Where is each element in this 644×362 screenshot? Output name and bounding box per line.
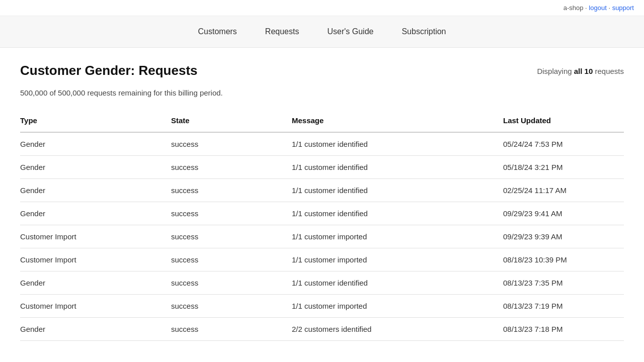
cell-last-updated: 02/25/24 11:17 AM: [503, 179, 624, 202]
cell-type: Customer Import: [20, 295, 171, 318]
separator-2: ·: [608, 4, 612, 12]
requests-table: Type State Message Last Updated Gendersu…: [20, 111, 624, 341]
cell-type: Gender: [20, 156, 171, 179]
cell-state: success: [171, 295, 292, 318]
table-row: Customer Importsuccess1/1 customer impor…: [20, 295, 624, 318]
top-bar: a-shop · logout · support: [0, 0, 644, 16]
display-bold: all 10: [574, 67, 593, 75]
cell-state: success: [171, 179, 292, 202]
table-row: Customer Importsuccess1/1 customer impor…: [20, 248, 624, 272]
nav-subscription[interactable]: Subscription: [387, 16, 460, 47]
page-header: Customer Gender: Requests Displaying all…: [20, 63, 624, 78]
main-nav: Customers Requests User's Guide Subscrip…: [0, 16, 644, 48]
table-row: Gendersuccess1/1 customer identified08/1…: [20, 272, 624, 295]
table-row: Gendersuccess1/1 customer identified09/2…: [20, 202, 624, 225]
nav-customers[interactable]: Customers: [184, 16, 251, 47]
table-row: Customer Importsuccess1/1 customer impor…: [20, 225, 624, 248]
cell-type: Customer Import: [20, 225, 171, 248]
cell-last-updated: 08/13/23 7:35 PM: [503, 272, 624, 295]
table-row: Gendersuccess1/1 customer identified02/2…: [20, 179, 624, 202]
page-title: Customer Gender: Requests: [20, 63, 198, 78]
cell-last-updated: 05/24/24 7:53 PM: [503, 132, 624, 156]
cell-type: Gender: [20, 202, 171, 225]
cell-state: success: [171, 202, 292, 225]
cell-message: 1/1 customer identified: [292, 272, 503, 295]
cell-state: success: [171, 225, 292, 248]
cell-type: Gender: [20, 179, 171, 202]
cell-message: 1/1 customer identified: [292, 132, 503, 156]
cell-last-updated: 09/29/23 9:41 AM: [503, 202, 624, 225]
cell-state: success: [171, 132, 292, 156]
display-info: Displaying all 10 requests: [537, 63, 624, 75]
cell-last-updated: 08/13/23 7:18 PM: [503, 318, 624, 341]
table-row: Gendersuccess2/2 customers identified08/…: [20, 318, 624, 341]
cell-message: 1/1 customer identified: [292, 202, 503, 225]
main-content: Customer Gender: Requests Displaying all…: [0, 48, 644, 356]
billing-info: 500,000 of 500,000 requests remaining fo…: [20, 88, 624, 97]
shop-name: a-shop: [564, 4, 584, 12]
cell-message: 1/1 customer identified: [292, 156, 503, 179]
cell-type: Gender: [20, 132, 171, 156]
display-suffix: requests: [593, 67, 624, 75]
cell-last-updated: 08/18/23 10:39 PM: [503, 248, 624, 272]
nav-users-guide[interactable]: User's Guide: [313, 16, 387, 47]
table-row: Gendersuccess1/1 customer identified05/2…: [20, 132, 624, 156]
cell-state: success: [171, 318, 292, 341]
display-prefix: Displaying: [537, 67, 574, 75]
cell-message: 1/1 customer imported: [292, 248, 503, 272]
cell-state: success: [171, 248, 292, 272]
cell-last-updated: 05/18/24 3:21 PM: [503, 156, 624, 179]
cell-last-updated: 08/13/23 7:19 PM: [503, 295, 624, 318]
cell-type: Customer Import: [20, 248, 171, 272]
support-link[interactable]: support: [612, 4, 634, 12]
table-header-row: Type State Message Last Updated: [20, 111, 624, 132]
table-row: Gendersuccess1/1 customer identified05/1…: [20, 156, 624, 179]
logout-link[interactable]: logout: [589, 4, 606, 12]
cell-last-updated: 09/29/23 9:39 AM: [503, 225, 624, 248]
cell-state: success: [171, 272, 292, 295]
cell-state: success: [171, 156, 292, 179]
col-header-last-updated: Last Updated: [503, 111, 624, 132]
separator-1: ·: [585, 4, 587, 12]
col-header-type: Type: [20, 111, 171, 132]
cell-type: Gender: [20, 318, 171, 341]
col-header-state: State: [171, 111, 292, 132]
col-header-message: Message: [292, 111, 503, 132]
cell-message: 1/1 customer imported: [292, 225, 503, 248]
cell-message: 1/1 customer identified: [292, 179, 503, 202]
cell-type: Gender: [20, 272, 171, 295]
cell-message: 1/1 customer imported: [292, 295, 503, 318]
cell-message: 2/2 customers identified: [292, 318, 503, 341]
nav-requests[interactable]: Requests: [251, 16, 313, 47]
